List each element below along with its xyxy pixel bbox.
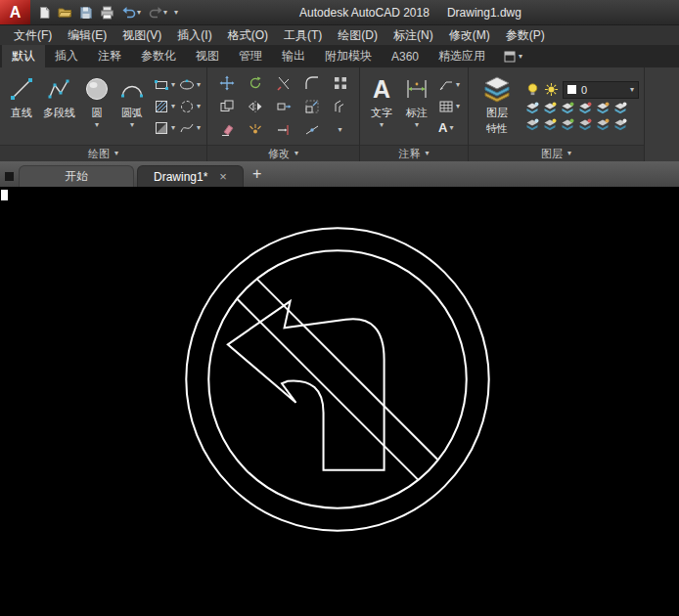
panel-annotate-expander[interactable]: 注释 ▾ (360, 145, 468, 161)
fillet-tool-button[interactable] (297, 71, 326, 95)
redo-dropdown-arrow[interactable]: ▾ (163, 9, 167, 17)
layer-unlock-icon[interactable] (543, 118, 557, 132)
offset-tool-button[interactable] (326, 95, 354, 118)
ribbon-tab-addins[interactable]: 附加模块 (315, 45, 382, 67)
array-tool-button[interactable] (326, 71, 354, 95)
panel-layers-expander[interactable]: 图层 ▾ (469, 145, 644, 161)
layer-thaw-icon[interactable] (525, 118, 539, 132)
menu-tools[interactable]: 工具(T) (276, 25, 330, 46)
ribbon-tab-view[interactable]: 视图 (186, 45, 229, 67)
rotate-tool-button[interactable] (241, 71, 269, 95)
layer-delete-icon[interactable] (596, 118, 610, 132)
qat-customize-button[interactable]: ▾ (171, 2, 181, 22)
circle-tool-button[interactable]: 圆 ▾ (80, 70, 113, 143)
save-button[interactable] (76, 2, 96, 22)
menu-edit[interactable]: 编辑(E) (60, 25, 114, 46)
scale-tool-button[interactable] (297, 95, 326, 118)
file-tab-drawing1[interactable]: Drawing1* × (137, 165, 244, 187)
hatch-tool-button[interactable]: ▾ (151, 96, 176, 117)
new-file-button[interactable] (35, 2, 54, 22)
layer-lock-icon[interactable] (543, 102, 557, 115)
arc-tool-button[interactable]: 圆弧 ▾ (115, 70, 149, 143)
arc-dropdown-arrow[interactable]: ▾ (130, 121, 134, 129)
menu-format[interactable]: 格式(O) (220, 25, 276, 46)
drawing1-tab-close-icon[interactable]: × (219, 170, 227, 183)
menu-parametric[interactable]: 参数(P) (498, 25, 553, 46)
polyline-tool-button[interactable]: 多段线 (40, 70, 78, 143)
menu-modify[interactable]: 修改(M) (441, 25, 498, 46)
ribbon-tab-insert[interactable]: 插入 (45, 45, 88, 67)
dimension-tool-button[interactable]: 标注 ▾ (400, 70, 433, 143)
ribbon-tab-annotate[interactable]: 注释 (88, 45, 131, 67)
leader-tool-button[interactable]: ▾ (435, 74, 463, 96)
menu-dimension[interactable]: 标注(N) (385, 25, 441, 46)
layer-freeze-icon[interactable] (525, 102, 539, 115)
revision-cloud-tool-button[interactable]: ▾ (176, 96, 202, 117)
rectangle-dropdown-arrow[interactable]: ▾ (171, 81, 175, 89)
menu-draw[interactable]: 绘图(D) (330, 25, 385, 46)
mirror-tool-button[interactable] (241, 95, 269, 118)
open-file-button[interactable] (55, 2, 75, 22)
text-style-button[interactable]: A▾ (435, 117, 463, 139)
layer-previous-icon[interactable] (613, 118, 627, 132)
file-tab-start[interactable]: 开始 (19, 165, 134, 187)
join-tool-button[interactable] (297, 118, 326, 142)
extend-tool-button[interactable] (269, 118, 297, 142)
ribbon-tab-a360[interactable]: A360 (382, 45, 429, 67)
text-style-dropdown-arrow[interactable]: ▾ (449, 124, 453, 132)
erase-tool-button[interactable] (212, 118, 241, 142)
menu-insert[interactable]: 插入(I) (169, 25, 219, 46)
drawing-canvas[interactable] (0, 187, 679, 616)
dimension-dropdown-arrow[interactable]: ▾ (415, 121, 419, 129)
panel-draw-expander[interactable]: 绘图 ▾ (0, 145, 206, 161)
layer-on-bulb-icon[interactable] (525, 82, 540, 97)
revision-cloud-dropdown-arrow[interactable]: ▾ (197, 103, 201, 110)
ribbon-tab-manage[interactable]: 管理 (229, 45, 272, 67)
ribbon-tab-home[interactable]: 默认 (2, 45, 45, 67)
gradient-dropdown-arrow[interactable]: ▾ (171, 124, 175, 132)
undo-dropdown-arrow[interactable]: ▾ (137, 9, 141, 17)
redo-button[interactable]: ▾ (145, 2, 170, 22)
ribbon-tab-output[interactable]: 输出 (272, 45, 315, 67)
line-tool-button[interactable]: 直线 (5, 70, 38, 143)
explode-tool-button[interactable] (241, 118, 269, 142)
ribbon-tab-featured-apps[interactable]: 精选应用 (429, 45, 495, 67)
layer-properties-button[interactable]: 图层 特性 (474, 70, 521, 143)
copy-tool-button[interactable] (212, 95, 241, 118)
layer-match-icon[interactable] (613, 102, 627, 115)
plot-button[interactable] (97, 2, 117, 22)
layer-walk-icon[interactable] (561, 118, 574, 132)
table-dropdown-arrow[interactable]: ▾ (456, 103, 460, 110)
undo-button[interactable]: ▾ (118, 2, 144, 22)
ellipse-dropdown-arrow[interactable]: ▾ (197, 81, 201, 89)
layer-sun-icon[interactable] (544, 82, 559, 97)
ribbon-display-options-button[interactable]: ▾ (495, 45, 531, 67)
leader-dropdown-arrow[interactable]: ▾ (456, 81, 460, 89)
gradient-tool-button[interactable]: ▾ (151, 117, 176, 139)
modify-more-button[interactable]: ▾ (326, 118, 354, 142)
file-tab-overflow-button[interactable] (5, 172, 14, 181)
layer-merge-icon[interactable] (578, 118, 592, 132)
menu-view[interactable]: 视图(V) (114, 25, 169, 46)
menu-file[interactable]: 文件(F) (6, 25, 60, 46)
spline-tool-button[interactable]: ▾ (176, 117, 202, 139)
move-tool-button[interactable] (212, 71, 241, 95)
no-left-turn-sign-drawing[interactable] (171, 213, 504, 546)
hatch-dropdown-arrow[interactable]: ▾ (171, 103, 175, 110)
layer-isolate-icon[interactable] (561, 102, 574, 115)
prohibition-slash-line-1[interactable] (237, 299, 418, 480)
sign-outer-circle[interactable] (186, 228, 488, 530)
new-drawing-tab-button[interactable]: + (252, 165, 261, 183)
circle-dropdown-arrow[interactable]: ▾ (95, 121, 99, 129)
ellipse-tool-button[interactable]: ▾ (176, 74, 202, 96)
stretch-tool-button[interactable] (269, 95, 297, 118)
table-tool-button[interactable]: ▾ (435, 96, 463, 117)
prohibition-slash-line-2[interactable] (257, 279, 438, 460)
ribbon-tab-parametric[interactable]: 参数化 (131, 45, 186, 67)
spline-dropdown-arrow[interactable]: ▾ (197, 124, 201, 132)
text-tool-button[interactable]: A 文字 ▾ (365, 70, 398, 143)
panel-modify-expander[interactable]: 修改 ▾ (207, 145, 359, 161)
rectangle-tool-button[interactable]: ▾ (151, 74, 176, 96)
text-dropdown-arrow[interactable]: ▾ (380, 121, 384, 129)
trim-tool-button[interactable] (269, 71, 297, 95)
